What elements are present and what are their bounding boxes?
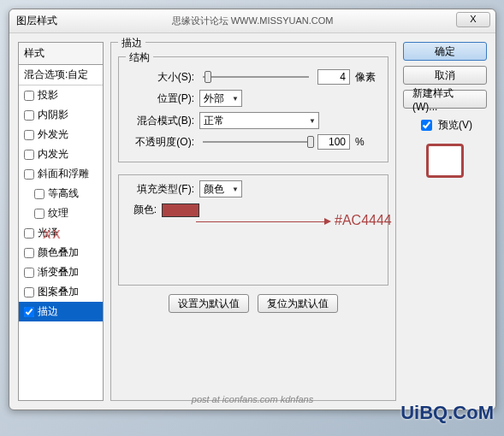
stroke-group-label: 描边 (118, 36, 145, 50)
annotation-arrow (196, 221, 324, 222)
style-item[interactable]: 纹理 (19, 203, 103, 223)
stroke-settings: 描边 结构 大小(S): 像素 位置(P): 外部 混合模式(B): (110, 42, 396, 401)
style-label: 渐变叠加 (38, 265, 79, 280)
opacity-unit: % (355, 136, 381, 148)
close-button[interactable]: X (456, 12, 490, 27)
color-swatch[interactable] (162, 203, 199, 217)
cancel-button[interactable]: 取消 (403, 66, 487, 85)
new-style-button[interactable]: 新建样式(W)... (403, 90, 487, 109)
style-checkbox[interactable] (24, 248, 34, 258)
size-label: 大小(S): (126, 70, 194, 85)
style-item[interactable]: 渐变叠加 (19, 262, 103, 282)
style-checkbox[interactable] (34, 209, 44, 219)
style-item[interactable]: 光泽 (19, 223, 103, 243)
preview-checkbox[interactable] (421, 120, 432, 131)
style-label: 内发光 (38, 147, 68, 162)
blend-mode-label: 混合模式(B): (126, 114, 194, 128)
arrow-head-icon (324, 218, 331, 225)
opacity-label: 不透明度(O): (126, 135, 194, 150)
ok-button[interactable]: 确定 (403, 42, 487, 61)
style-checkbox[interactable] (24, 287, 34, 298)
style-label: 描边 (38, 304, 58, 319)
opacity-input[interactable] (317, 134, 350, 150)
style-label: 斜面和浮雕 (38, 167, 89, 181)
style-item[interactable]: 外发光 (19, 125, 103, 144)
titlebar[interactable]: 图层样式 思缘设计论坛 WWW.MISSYUAN.COM X (9, 9, 495, 33)
size-input[interactable] (317, 69, 350, 85)
titlebar-center-text: 思缘设计论坛 WWW.MISSYUAN.COM (172, 15, 334, 27)
reset-default-button[interactable]: 复位为默认值 (258, 294, 338, 313)
style-item[interactable]: 颜色叠加 (19, 243, 103, 262)
fill-type-label: 填充类型(F): (126, 182, 194, 197)
structure-label: 结构 (126, 50, 153, 65)
opacity-slider[interactable] (203, 141, 309, 143)
blend-options-item[interactable]: 混合选项:自定 (19, 65, 103, 85)
fill-type-select[interactable]: 颜色 (199, 180, 242, 197)
style-item[interactable]: 内发光 (19, 144, 103, 164)
footer-text: post at iconfans.com kdnfans (192, 394, 313, 404)
style-item[interactable]: 内阴影 (19, 105, 103, 125)
style-checkbox[interactable] (24, 307, 34, 317)
style-checkbox[interactable] (24, 228, 34, 239)
position-select[interactable]: 外部 (199, 90, 242, 107)
set-default-button[interactable]: 设置为默认值 (169, 294, 249, 313)
style-checkbox[interactable] (24, 268, 34, 278)
style-label: 外发光 (38, 127, 68, 142)
style-item[interactable]: 斜面和浮雕 (19, 164, 103, 184)
color-label: 颜色: (126, 203, 157, 217)
blend-mode-select[interactable]: 正常 (199, 112, 319, 129)
size-unit: 像素 (355, 70, 381, 85)
style-label: 内阴影 (38, 108, 68, 122)
preview-swatch (426, 144, 464, 178)
style-item[interactable]: 投影 (19, 85, 103, 105)
style-checkbox[interactable] (24, 91, 34, 101)
layer-style-dialog: 图层样式 思缘设计论坛 WWW.MISSYUAN.COM X 样式 混合选项:自… (9, 9, 496, 410)
style-label: 等高线 (48, 186, 79, 201)
size-slider[interactable] (203, 76, 309, 78)
annotation-hex: #AC4444 (335, 213, 392, 228)
style-checkbox[interactable] (24, 150, 34, 160)
right-button-panel: 确定 取消 新建样式(W)... 预览(V) (403, 42, 487, 401)
style-label: 光泽 (38, 226, 58, 240)
style-label: 投影 (38, 88, 58, 103)
dialog-title: 图层样式 (16, 14, 57, 28)
style-checkbox[interactable] (24, 110, 34, 121)
style-label: 颜色叠加 (38, 245, 79, 260)
preview-label: 预览(V) (438, 118, 472, 133)
style-item[interactable]: 等高线 (19, 184, 103, 203)
style-checkbox[interactable] (24, 130, 34, 140)
styles-header: 样式 (19, 43, 103, 65)
position-label: 位置(P): (126, 91, 194, 106)
styles-list: 样式 混合选项:自定 投影内阴影外发光内发光斜面和浮雕等高线纹理光泽颜色叠加渐变… (18, 42, 104, 401)
style-item[interactable]: 描边 (19, 302, 103, 321)
style-item[interactable]: 图案叠加 (19, 282, 103, 302)
style-label: 纹理 (48, 206, 68, 221)
style-checkbox[interactable] (24, 169, 34, 180)
style-checkbox[interactable] (34, 189, 44, 199)
style-label: 图案叠加 (38, 285, 79, 299)
